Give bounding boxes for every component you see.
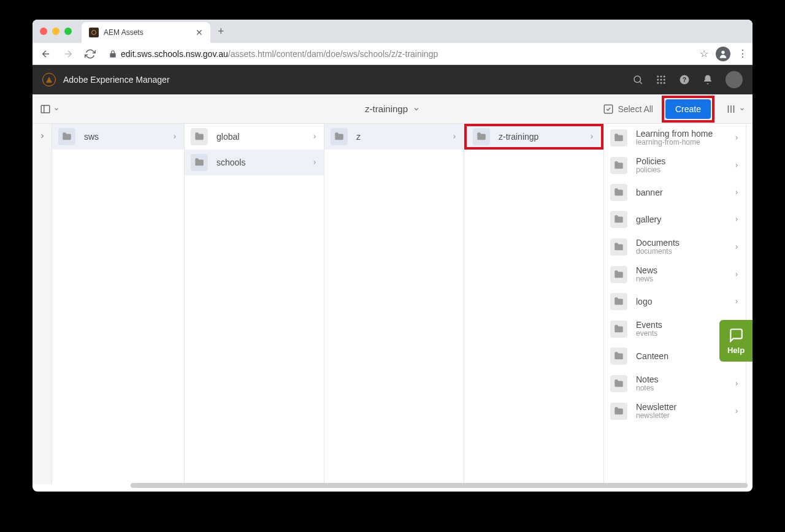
chevron-right-icon (733, 381, 740, 387)
folder-label: sws (84, 132, 163, 142)
chevron-right-icon (733, 216, 740, 222)
help-widget-label: Help (727, 346, 745, 355)
folder-item[interactable]: Documentsdocuments (604, 233, 746, 260)
svg-point-3 (661, 75, 662, 77)
view-switcher-button[interactable] (726, 104, 745, 115)
nav-reload-button[interactable] (82, 45, 99, 63)
browser-window: AEM Assets ✕ + edit.sws.schools.nsw.gov.… (33, 20, 752, 492)
folder-icon (610, 211, 627, 228)
folder-icon (191, 154, 208, 171)
svg-text:?: ? (683, 76, 686, 83)
folder-subtitle: events (636, 329, 725, 338)
folder-icon (58, 128, 75, 145)
folder-icon (610, 403, 627, 420)
folder-label: banner (636, 188, 725, 197)
lock-icon (109, 50, 117, 58)
svg-point-0 (721, 50, 724, 53)
breadcrumb-label: z-trainingp (365, 104, 408, 114)
folder-item[interactable]: gallery (604, 206, 746, 233)
window-minimize-button[interactable] (52, 28, 59, 35)
folder-label: Notes (636, 374, 725, 384)
folder-item[interactable]: Notesnotes (604, 370, 746, 397)
window-controls (40, 28, 72, 35)
folder-icon (610, 293, 627, 310)
bookmark-star-icon[interactable]: ☆ (700, 48, 708, 59)
help-widget[interactable]: Help (719, 320, 752, 362)
help-icon[interactable]: ? (679, 74, 690, 85)
folder-label: Policies (636, 156, 725, 166)
svg-point-2 (657, 75, 659, 77)
column-3: z (324, 124, 464, 484)
folder-label: Events (636, 320, 725, 330)
folder-item[interactable]: Learning from homelearning-from-home (604, 124, 746, 151)
browser-right-controls: ☆ ⋮ (700, 47, 748, 61)
browser-menu-icon[interactable]: ⋮ (738, 48, 748, 59)
actions-toolbar: z-trainingp Select All Create (33, 94, 752, 124)
svg-point-8 (657, 82, 659, 84)
svg-rect-13 (41, 105, 50, 113)
folder-item[interactable]: schools (185, 150, 324, 175)
folder-icon (610, 238, 627, 256)
rail-toggle-button[interactable] (40, 104, 59, 115)
svg-point-4 (664, 75, 665, 77)
folder-item[interactable]: Newsletternewsletter (604, 397, 746, 425)
folder-item[interactable]: Newsnews (604, 260, 746, 288)
tab-close-icon[interactable]: ✕ (196, 28, 203, 37)
nav-back-button[interactable] (37, 45, 55, 63)
folder-label: gallery (636, 215, 725, 224)
browser-profile-button[interactable] (716, 47, 730, 61)
svg-rect-15 (605, 105, 613, 113)
folder-item[interactable]: logo (604, 288, 746, 315)
folder-item[interactable]: global (185, 124, 324, 150)
column-2: globalschools (185, 124, 324, 484)
folder-label: Canteen (636, 351, 725, 361)
chevron-right-icon (172, 134, 178, 140)
horizontal-scrollbar[interactable] (131, 483, 748, 488)
folder-subtitle: news (636, 275, 725, 283)
chevron-right-icon (733, 408, 740, 414)
chevron-right-icon (312, 159, 318, 165)
folder-icon (473, 128, 490, 145)
create-button[interactable]: Create (665, 99, 711, 119)
bell-icon[interactable] (702, 74, 713, 85)
folder-item[interactable]: banner (604, 179, 746, 206)
browser-tab[interactable]: AEM Assets ✕ (82, 22, 210, 43)
apps-grid-icon[interactable] (656, 74, 667, 85)
tab-favicon (89, 28, 99, 37)
nav-forward-button[interactable] (59, 45, 77, 63)
folder-item[interactable]: Policiespolicies (604, 151, 746, 179)
chevron-right-icon (733, 298, 740, 305)
folder-icon (610, 184, 627, 201)
column-view: sws globalschools z z-trainingp Learning… (33, 124, 752, 484)
folder-subtitle: documents (636, 247, 725, 256)
folder-icon (331, 128, 348, 145)
svg-point-9 (661, 82, 662, 84)
folder-item[interactable]: z-trainingp (464, 124, 603, 150)
folder-subtitle: notes (636, 384, 725, 392)
select-all-button[interactable]: Select All (603, 104, 653, 115)
folder-label: Newsletter (636, 402, 725, 412)
folder-icon (610, 348, 627, 365)
search-icon[interactable] (632, 74, 643, 85)
folder-item[interactable]: z (324, 124, 464, 150)
column-back-rail[interactable] (33, 124, 52, 484)
chevron-right-icon (733, 189, 740, 196)
folder-label: Documents (636, 238, 725, 248)
chevron-right-icon (733, 162, 740, 169)
window-close-button[interactable] (40, 28, 47, 35)
breadcrumb[interactable]: z-trainingp (365, 104, 420, 114)
svg-point-10 (664, 82, 665, 84)
window-maximize-button[interactable] (64, 28, 72, 35)
new-tab-button[interactable]: + (218, 25, 224, 38)
folder-label: global (216, 132, 303, 142)
aem-logo-icon[interactable] (42, 73, 56, 86)
user-avatar[interactable] (726, 71, 743, 88)
url-input[interactable]: edit.sws.schools.nsw.gov.au/assets.html/… (104, 45, 690, 63)
folder-icon (610, 157, 627, 174)
folder-label: schools (216, 158, 303, 167)
folder-icon (610, 266, 627, 283)
chevron-down-icon (413, 105, 420, 113)
folder-item[interactable]: sws (52, 124, 184, 150)
folder-subtitle: policies (636, 165, 725, 174)
folder-label: logo (636, 297, 725, 306)
